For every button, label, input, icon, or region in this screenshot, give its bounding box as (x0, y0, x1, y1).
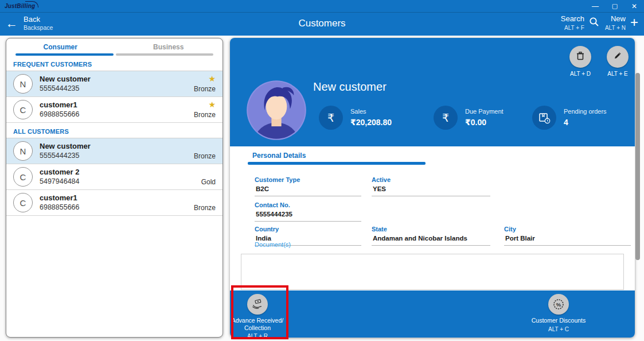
search-label: Search (561, 14, 584, 24)
customer-avatar (245, 79, 307, 141)
field-label: Customer Type (255, 176, 361, 184)
field-contact-no: Contact No. 5555444235 (255, 201, 361, 222)
customer-name: customer1 (40, 100, 80, 110)
customer-name: customer 2 (40, 167, 80, 177)
field-value: Port Blair (504, 234, 631, 243)
customer-row-all-1[interactable]: N New customer 5555444235 Bronze (6, 138, 223, 164)
customer-row-all-2[interactable]: C customer 2 5497946484 Gold (6, 164, 223, 190)
stat-label: Due Payment (465, 107, 504, 117)
customer-tier: Gold (201, 178, 216, 186)
tab-consumer-underline (15, 53, 114, 56)
customer-detail-panel: ALT + D ALT + E (230, 38, 635, 338)
customer-name: New customer (40, 141, 91, 152)
customer-tier: Bronze (194, 152, 216, 160)
new-shortcut: ALT + N (605, 24, 626, 32)
customer-phone: 6988855666 (40, 203, 80, 212)
app-logo: JustBilling (5, 3, 35, 9)
customer-hero: ALT + D ALT + E (230, 38, 635, 146)
tab-business-underline (116, 53, 214, 56)
tab-business[interactable]: Business (115, 38, 223, 56)
app-window: JustBilling — ▢ ✕ ← Back Backspace Custo… (0, 0, 644, 341)
section-all-customers: ALL CUSTOMERS (6, 123, 223, 138)
documents-box (241, 254, 624, 290)
tab-personal-details[interactable]: Personal Details (252, 152, 306, 160)
stat-label: Pending orders (564, 107, 607, 117)
edit-customer-button[interactable] (607, 46, 629, 68)
field-city: City Port Blair (504, 225, 631, 246)
customer-tier: Bronze (194, 111, 216, 119)
stat-sales: ₹ Sales ₹20,208.80 (319, 106, 392, 130)
advance-received-button[interactable]: Advance Received/ Collection ALT + R (230, 294, 285, 339)
action-label-line1: Advance Received/ (232, 317, 283, 324)
customer-phone: 5555444235 (40, 84, 91, 94)
page-title: Customers (0, 18, 644, 29)
action-shortcut: ALT + R (247, 333, 268, 339)
tab-personal-details-underline (248, 162, 426, 165)
hands-money-icon (247, 294, 268, 315)
pencil-icon (612, 51, 623, 63)
customer-phone: 5497946484 (40, 177, 80, 187)
page-header: ← Back Backspace Customers Search ALT + … (0, 13, 644, 36)
customer-initial-avatar: C (13, 100, 33, 119)
documents-label: Document(s) (255, 241, 291, 248)
stat-due-payment: ₹ Due Payment ₹0.00 (434, 106, 504, 130)
customer-row-all-3[interactable]: C customer1 6988855666 Bronze (6, 190, 223, 216)
customer-initial-avatar: N (13, 141, 33, 161)
customer-name: New customer (40, 74, 91, 84)
action-shortcut: ALT + C (548, 326, 569, 332)
personal-details-section: Personal Details Customer Type B2C Activ… (230, 146, 635, 290)
action-label-line1: Customer Discounts (532, 317, 586, 324)
new-label: New (611, 14, 626, 24)
field-label: Active (372, 176, 490, 184)
stat-value: ₹0.00 (465, 117, 504, 129)
field-label: Contact No. (255, 201, 361, 210)
vertical-scrollbar[interactable] (635, 73, 640, 260)
search-button[interactable]: Search ALT + F (561, 14, 599, 32)
field-value: YES (372, 184, 490, 194)
titlebar: JustBilling — ▢ ✕ (0, 0, 644, 13)
customer-discounts-button[interactable]: % Customer Discounts ALT + C (524, 294, 593, 332)
stat-label: Sales (350, 107, 392, 117)
field-customer-type: Customer Type B2C (255, 176, 361, 196)
search-icon (589, 17, 599, 29)
detail-action-bar: Advance Received/ Collection ALT + R % C… (230, 290, 635, 338)
section-frequent-customers: FREQUENT CUSTOMERS (6, 56, 223, 71)
stat-value: ₹20,208.80 (350, 117, 392, 129)
maximize-button[interactable]: ▢ (605, 0, 625, 12)
customer-detail-name: New customer (313, 80, 387, 94)
stat-pending-orders: Pending orders 4 (532, 106, 607, 130)
customer-initial-avatar: C (13, 193, 33, 212)
field-label: State (372, 225, 490, 234)
star-icon: ★ (208, 74, 216, 83)
close-button[interactable]: ✕ (625, 0, 644, 12)
delete-customer-button[interactable] (569, 46, 591, 68)
stat-value: 4 (564, 117, 607, 129)
customer-tier: Bronze (194, 204, 216, 212)
star-icon: ★ (208, 100, 216, 109)
field-active: Active YES (372, 176, 490, 196)
svg-text:%: % (556, 301, 561, 308)
new-button[interactable]: New ALT + N + (605, 14, 638, 32)
field-label: City (504, 225, 631, 234)
customer-row-frequent-2[interactable]: C customer1 6988855666 ★ Bronze (6, 97, 223, 123)
package-clock-icon (532, 106, 556, 130)
delete-shortcut: ALT + D (560, 71, 600, 77)
customer-phone: 6988855666 (40, 110, 80, 119)
edit-shortcut: ALT + E (598, 71, 638, 77)
window-controls: — ▢ ✕ (586, 0, 644, 12)
customer-type-tabs: Consumer Business (6, 38, 223, 56)
field-label: Country (255, 225, 361, 234)
discount-percent-icon: % (548, 294, 569, 315)
field-value: 5555444235 (255, 210, 361, 219)
field-value: B2C (255, 184, 361, 194)
customer-row-frequent-1[interactable]: N New customer 5555444235 ★ Bronze (6, 71, 223, 97)
search-shortcut: ALT + F (564, 24, 584, 32)
plus-icon: + (630, 16, 638, 29)
field-value: Andaman and Nicobar Islands (372, 234, 490, 243)
minimize-button[interactable]: — (586, 0, 605, 12)
action-label-line2: Collection (232, 324, 283, 332)
tab-consumer[interactable]: Consumer (6, 38, 115, 56)
customer-initial-avatar: N (13, 74, 33, 94)
field-state: State Andaman and Nicobar Islands (372, 225, 490, 246)
customer-list-panel: Consumer Business FREQUENT CUSTOMERS N N… (6, 38, 223, 338)
